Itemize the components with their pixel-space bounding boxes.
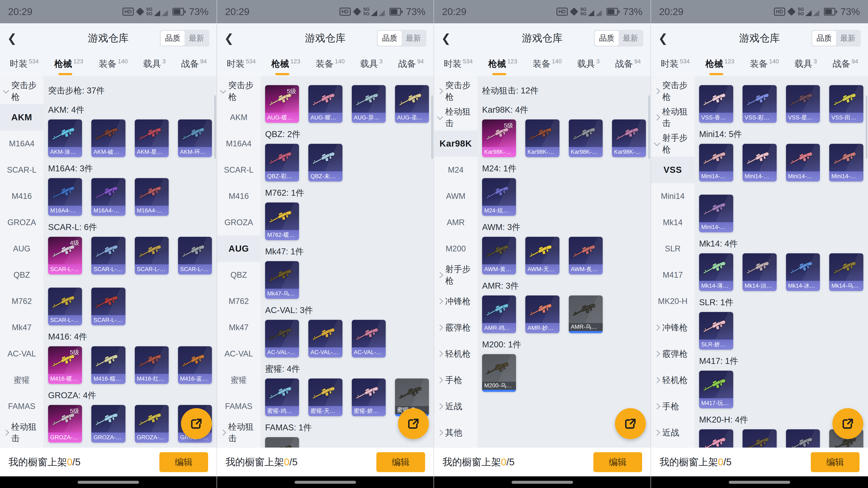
weapon-card[interactable]: SCAR-L-玉兔... xyxy=(48,288,82,325)
weapon-card[interactable]: AC-VAL-乌木... xyxy=(265,320,299,358)
weapon-card[interactable]: Mk14-乌木金... xyxy=(829,253,863,291)
sidebar-item-SCAR-L[interactable]: SCAR-L xyxy=(217,157,260,183)
weapon-card[interactable]: SCAR-L-红色... xyxy=(91,288,125,325)
weapon-card[interactable]: AUG-圣光天使 xyxy=(395,85,429,123)
sidebar-group-突击步枪[interactable]: 突击步枪 xyxy=(0,78,43,104)
tab-supplies[interactable]: 战备94 xyxy=(833,58,858,71)
sidebar-item-SLR[interactable]: SLR xyxy=(651,235,694,262)
sidebar-item-AC-VAL[interactable]: AC-VAL xyxy=(217,340,260,367)
tab-weapons[interactable]: 枪械123 xyxy=(488,58,517,71)
sidebar-group-栓动狙击[interactable]: 栓动狙击 xyxy=(651,104,694,130)
tab-fashion[interactable]: 时装534 xyxy=(227,58,256,71)
weapon-card[interactable]: AMR-鸡智如我 xyxy=(482,295,516,333)
sort-option-latest[interactable]: 最新 xyxy=(836,31,860,45)
weapon-card[interactable]: M416-红色方... xyxy=(135,346,169,384)
weapon-card[interactable]: VSS-田园牧歌 xyxy=(829,85,863,123)
share-fab-button[interactable] xyxy=(398,408,429,439)
home-indicator[interactable] xyxy=(729,481,790,484)
weapon-card[interactable]: M24-炫彩节奏 xyxy=(482,178,516,216)
sidebar-item-M416[interactable]: M416 xyxy=(0,183,43,209)
sort-option-quality[interactable]: 品质 xyxy=(378,31,402,45)
sidebar-group-轻机枪[interactable]: 轻机枪 xyxy=(651,367,694,393)
tab-fashion[interactable]: 时装534 xyxy=(10,58,39,71)
weapon-card[interactable]: 蜜獾-娇憨猪猪 xyxy=(352,379,386,416)
sidebar-item-Kar98K[interactable]: Kar98K xyxy=(434,130,477,157)
weapon-card[interactable]: Famas-乌木... xyxy=(265,437,299,448)
sort-option-quality[interactable]: 品质 xyxy=(595,31,619,45)
sidebar-item-M16A4[interactable]: M16A4 xyxy=(0,130,43,157)
sidebar-item-M24[interactable]: M24 xyxy=(434,157,477,183)
tab-equipment[interactable]: 装备140 xyxy=(750,58,779,71)
weapon-card[interactable]: SCAR-L-星途... xyxy=(178,237,212,274)
sidebar-group-射手步枪[interactable]: 射手步枪 xyxy=(217,446,260,448)
sidebar-item-M200[interactable]: M200 xyxy=(434,235,477,262)
sidebar-group-近战[interactable]: 近战 xyxy=(651,419,694,446)
tab-supplies[interactable]: 战备94 xyxy=(615,58,641,71)
weapon-card[interactable]: AC-VAL-甜心... xyxy=(352,320,386,358)
sidebar-item-Mk47[interactable]: Mk47 xyxy=(0,314,43,340)
sidebar-group-冲锋枪[interactable]: 冲锋枪 xyxy=(434,288,477,314)
sidebar-group-突击步枪[interactable]: 突击步枪 xyxy=(217,78,260,104)
sidebar-item-AKM[interactable]: AKM xyxy=(0,104,43,130)
sort-option-latest[interactable]: 最新 xyxy=(185,31,208,45)
weapon-card[interactable]: M200-乌木... xyxy=(482,354,516,392)
sidebar-item-QBZ[interactable]: QBZ xyxy=(217,262,260,288)
sidebar-item-AUG[interactable]: AUG xyxy=(217,235,260,262)
sidebar-group-突击步枪[interactable]: 突击步枪 xyxy=(434,78,477,104)
weapon-card[interactable]: Mk14-冰河战... xyxy=(786,253,820,291)
weapon-card[interactable]: Kar98K-红色... xyxy=(525,120,559,157)
tab-weapons[interactable]: 枪械123 xyxy=(271,58,300,71)
sidebar-group-近战[interactable]: 近战 xyxy=(434,393,477,419)
sidebar-item-M762[interactable]: M762 xyxy=(0,288,43,314)
weapon-card[interactable]: Kar98K-顶峰... xyxy=(569,120,603,157)
sidebar-item-Mk14[interactable]: Mk14 xyxy=(651,209,694,235)
sidebar-group-其他[interactable]: 其他 xyxy=(651,446,694,448)
sidebar-item-M417[interactable]: M417 xyxy=(651,262,694,288)
weapon-card[interactable]: AKM-涂鸦街区 xyxy=(48,120,82,157)
sidebar-group-射手步枪[interactable]: 射手步枪 xyxy=(434,262,477,288)
tab-equipment[interactable]: 装备140 xyxy=(316,58,345,71)
weapon-card[interactable]: GROZA-田园... xyxy=(135,405,169,443)
sidebar-item-AC-VAL[interactable]: AC-VAL xyxy=(0,340,43,367)
weapon-card[interactable]: AKM-破晓战魂 xyxy=(91,120,125,157)
weapon-card[interactable]: AWM-黄金龙... xyxy=(482,237,516,274)
weapon-card[interactable]: Kar98K-梦幻... xyxy=(612,120,646,157)
weapon-card[interactable]: Mini14-香桃... xyxy=(743,144,777,182)
weapon-card[interactable]: 5级Kar98K-巴巴... xyxy=(482,120,516,157)
tab-vehicles[interactable]: 载具3 xyxy=(360,58,383,71)
weapon-card[interactable]: Mk14-薄荷星... xyxy=(699,253,733,291)
tab-vehicles[interactable]: 载具3 xyxy=(795,58,817,71)
weapon-card[interactable]: AMR-妙趣可丽 xyxy=(525,295,559,333)
weapon-card[interactable]: Mini14-梦幻... xyxy=(699,195,733,232)
weapon-card[interactable]: M416-蓝色火... xyxy=(178,346,212,384)
sidebar-item-M16A4[interactable]: M16A4 xyxy=(217,130,260,157)
sidebar-group-其他[interactable]: 其他 xyxy=(434,419,477,446)
scrollbar-thumb[interactable] xyxy=(648,95,650,159)
sidebar-item-AWM[interactable]: AWM xyxy=(434,183,477,209)
weapon-card[interactable]: AWM-天降萌... xyxy=(525,237,559,274)
sidebar-item-FAMAS[interactable]: FAMAS xyxy=(217,393,260,419)
sidebar-item-蜜獾[interactable]: 蜜獾 xyxy=(0,367,43,393)
weapon-card[interactable]: VSS-星之彼岸 xyxy=(786,85,820,123)
weapon-card[interactable]: VSS-彩虹符号 xyxy=(743,85,777,123)
weapon-card[interactable]: AMR-乌木金纹 xyxy=(569,295,603,333)
back-button[interactable]: ❮ xyxy=(7,32,22,44)
sidebar-item-AMR[interactable]: AMR xyxy=(434,209,477,235)
sidebar-item-M416[interactable]: M416 xyxy=(217,183,260,209)
weapon-card[interactable]: AKM-环太平洋 xyxy=(178,120,212,157)
weapon-card[interactable]: AC-VAL-天降... xyxy=(308,320,342,358)
weapon-card[interactable]: SCAR-L-净心... xyxy=(135,237,169,274)
sidebar-group-射手步枪[interactable]: 射手步枪 xyxy=(0,446,43,448)
weapon-card[interactable]: 4级SCAR-L-梦幻... xyxy=(48,237,82,274)
tab-vehicles[interactable]: 载具3 xyxy=(577,58,600,71)
sidebar-item-Mk47[interactable]: Mk47 xyxy=(217,314,260,340)
weapon-card[interactable]: MK20-H-星... xyxy=(786,429,820,448)
sidebar-group-轻机枪[interactable]: 轻机枪 xyxy=(434,340,477,367)
weapon-card[interactable]: AUG-耀粉歌者 xyxy=(308,85,342,123)
sidebar-group-霰弹枪[interactable]: 霰弹枪 xyxy=(434,314,477,340)
share-fab-button[interactable] xyxy=(181,408,212,439)
weapon-card[interactable]: QBZ-未来歌姬 xyxy=(308,144,342,182)
tab-fashion[interactable]: 时装534 xyxy=(444,58,473,71)
tab-weapons[interactable]: 枪械123 xyxy=(54,58,83,71)
weapon-card[interactable]: Mk14-治愈之... xyxy=(743,253,777,291)
